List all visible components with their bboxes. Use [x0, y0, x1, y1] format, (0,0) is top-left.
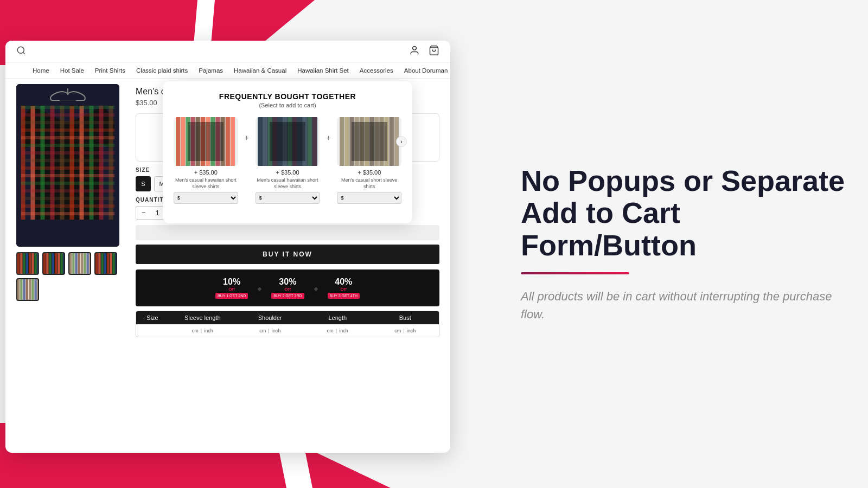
fbt-product-1: + $35.00 Men's casual hawaiian short sle…: [174, 117, 238, 204]
marketing-section: No Popups or Separate Add to Cart Form/B…: [521, 165, 846, 323]
fbt-select-2[interactable]: $: [256, 192, 320, 204]
quantity-value: 1: [155, 209, 159, 217]
user-icon[interactable]: [409, 45, 420, 58]
nav-home[interactable]: Home: [33, 67, 49, 74]
discount-1: 10%Off BUY 1 GET 2ND: [211, 275, 252, 301]
fbt-products: + $35.00 Men's casual hawaiian short sle…: [174, 117, 401, 204]
thumbnail-3[interactable]: [68, 252, 91, 275]
fbt-select-1[interactable]: $: [174, 192, 238, 204]
fbt-plus-1: +: [245, 117, 249, 142]
size-chart-units: cm|inch cm|inch cm|inch cm|inch: [136, 324, 439, 337]
main-product-image: [16, 84, 119, 247]
top-bar-icons: [409, 45, 439, 58]
fbt-product-3: + $35.00 Men's casual short sleeve shirt…: [337, 117, 401, 204]
thumbnail-1[interactable]: [16, 252, 39, 275]
thumbnail-5[interactable]: [16, 278, 39, 301]
nav-hot-sale[interactable]: Hot Sale: [60, 67, 84, 74]
nav-bar: Home Hot Sale Print Shirts Classic plaid…: [5, 63, 450, 79]
col-sleeve: Sleeve length: [169, 311, 237, 324]
top-bar: [5, 41, 450, 63]
cart-icon[interactable]: [429, 45, 439, 58]
svg-point-0: [17, 47, 24, 53]
add-to-cart-bar: [136, 225, 439, 240]
nav-print-shirts[interactable]: Print Shirts: [95, 67, 125, 74]
fbt-select-3[interactable]: $: [337, 192, 401, 204]
col-bust: Bust: [372, 311, 439, 324]
product-images: [16, 84, 125, 442]
col-size: Size: [136, 311, 169, 324]
fbt-name-1: Men's casual hawaiian short sleeve shirt…: [174, 177, 238, 190]
marketing-divider: [521, 272, 629, 274]
fbt-product-img-3: [337, 117, 401, 166]
fbt-price-1: + $35.00: [174, 169, 238, 176]
fbt-name-2: Men's casual hawaiian short sleeve shirt…: [256, 177, 320, 190]
discount-2: 30%Off BUY 2 GET 3RD: [267, 275, 308, 301]
fbt-product-img-2: [256, 117, 320, 166]
quantity-decrease[interactable]: −: [142, 209, 146, 217]
fbt-product-img-1: [174, 117, 238, 166]
nav-pajamas[interactable]: Pajamas: [199, 67, 223, 74]
fbt-price-3: + $35.00: [337, 169, 401, 176]
nav-hawaiian-set[interactable]: Hawaiian Shirt Set: [297, 67, 349, 74]
buy-now-button[interactable]: BUY IT NOW: [136, 245, 439, 264]
size-s[interactable]: S: [136, 176, 151, 191]
nav-about[interactable]: About Doruman: [404, 67, 448, 74]
size-chart: Size Sleeve length Shoulder Length Bust …: [136, 311, 439, 337]
marketing-body: All products will be in cart without int…: [521, 287, 846, 323]
fbt-next-arrow[interactable]: ›: [396, 136, 407, 147]
thumbnail-2[interactable]: [42, 252, 65, 275]
discount-banner: 10%Off BUY 1 GET 2ND ⬥ 30%Off BUY 2 GET …: [136, 269, 439, 306]
fbt-price-2: + $35.00: [256, 169, 320, 176]
search-icon[interactable]: [16, 46, 26, 57]
nav-classic-plaid[interactable]: Classic plaid shirts: [136, 67, 188, 74]
fbt-overlay-subtitle: (Select to add to cart): [174, 102, 401, 108]
svg-line-1: [23, 52, 24, 54]
thumbnail-4[interactable]: [94, 252, 117, 275]
marketing-title: No Popups or Separate Add to Cart Form/B…: [521, 165, 846, 261]
discount-3: 40%Off BUY 3 GET 4TH: [323, 275, 364, 301]
fbt-name-3: Men's casual short sleeve shirts: [337, 177, 401, 190]
nav-hawaiian-casual[interactable]: Hawaiian & Casual: [234, 67, 286, 74]
fbt-plus-2: +: [326, 117, 330, 142]
nav-accessories[interactable]: Accessories: [360, 67, 393, 74]
svg-point-2: [413, 47, 417, 50]
thumbnails: [16, 252, 125, 301]
size-chart-header: Size Sleeve length Shoulder Length Bust: [136, 311, 439, 324]
col-length: Length: [304, 311, 372, 324]
fbt-overlay-title: FREQUENTLY BOUGHT TOGETHER: [174, 92, 401, 101]
col-shoulder: Shoulder: [237, 311, 304, 324]
fbt-overlay: FREQUENTLY BOUGHT TOGETHER (Select to ad…: [163, 81, 412, 223]
fbt-product-2: + $35.00 Men's casual hawaiian short sle…: [256, 117, 320, 204]
